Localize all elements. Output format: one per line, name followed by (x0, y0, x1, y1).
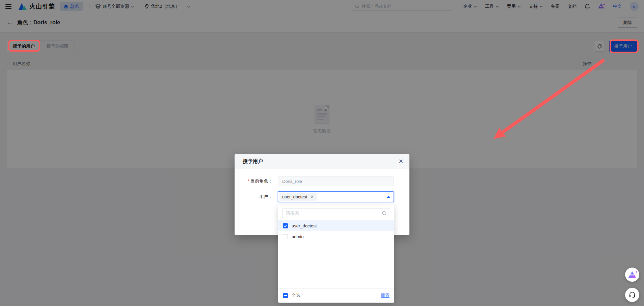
text-cursor (319, 194, 319, 199)
option-admin[interactable]: admin (278, 231, 394, 242)
checkbox-unchecked-icon[interactable] (283, 234, 288, 239)
checkbox-checked-icon[interactable] (283, 223, 288, 228)
dropdown-search-input[interactable]: 请搜索 (282, 208, 390, 218)
ai-assistant-floating-button[interactable]: ✦ (625, 268, 639, 282)
modal-title: 授予用户 (243, 158, 263, 165)
user-select-dropdown: 请搜索 user_doctest admin 全选 重置 (278, 205, 394, 303)
current-role-input: Doris_role (278, 176, 394, 186)
option-label: admin (292, 234, 303, 239)
search-icon (382, 211, 386, 216)
close-icon[interactable]: ✕ (399, 159, 403, 164)
selected-user-tag: user_doctest ✕ (279, 193, 317, 201)
user-select-row: 用户： user_doctest ✕ (235, 191, 409, 202)
checkbox-indeterminate-icon[interactable] (283, 293, 288, 298)
user-multiselect-input[interactable]: user_doctest ✕ (278, 191, 394, 202)
option-label: user_doctest (292, 223, 317, 228)
selected-user-tag-label: user_doctest (282, 194, 307, 199)
dropdown-search-placeholder: 请搜索 (286, 210, 299, 216)
sparkle-icon: ✦ (635, 270, 638, 274)
customer-service-floating-button[interactable] (625, 288, 639, 302)
modal-header: 授予用户 ✕ (235, 154, 409, 169)
current-role-row: *当前角色： Doris_role (235, 176, 409, 186)
select-arrow-up-icon[interactable] (387, 196, 390, 198)
current-role-label: *当前角色： (235, 178, 272, 184)
remove-tag-icon[interactable]: ✕ (309, 194, 315, 199)
required-asterisk: * (248, 178, 249, 184)
reset-link[interactable]: 重置 (381, 293, 390, 299)
user-label: 用户： (235, 194, 272, 200)
dropdown-footer: 全选 重置 (278, 288, 394, 303)
headset-icon (628, 291, 636, 299)
dropdown-option-list: user_doctest admin (278, 220, 394, 288)
option-user-doctest[interactable]: user_doctest (278, 220, 394, 231)
select-all-label[interactable]: 全选 (292, 293, 300, 299)
